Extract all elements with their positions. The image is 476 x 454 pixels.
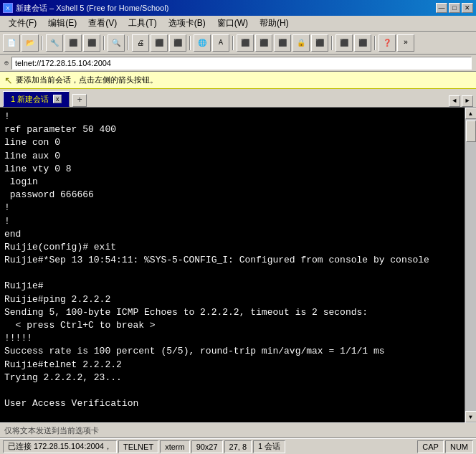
globe-button[interactable]: 🌐 [194,34,211,52]
toolbar-separator-7 [374,36,376,50]
toolbar-separator-3 [128,36,129,50]
new-session-button[interactable]: 📄 [3,34,20,52]
toolbar-btn-11[interactable]: ⬛ [311,34,328,52]
toolbar-btn-8[interactable]: ⬛ [255,34,272,52]
title-bar-left: X 新建会话 – Xshell 5 (Free for Home/School) [3,3,168,14]
toolbar-separator-2 [103,36,105,50]
properties-button[interactable]: 🔧 [46,34,63,52]
window-title: 新建会话 – Xshell 5 (Free for Home/School) [16,3,168,14]
tab-next-button[interactable]: ► [462,95,473,107]
status-caps: CAP [417,440,444,453]
address-input[interactable] [11,57,472,70]
status-bar: 已连接 172.28.15.104:2004， TELNET xterm 90x… [0,438,476,454]
toolbar-btn-3[interactable]: ⬛ [65,34,82,52]
info-bar: ↖ 要添加当前会话，点击左侧的箭头按钮。 [0,72,476,89]
tab-navigation: ◄ ► [449,95,473,107]
active-tab[interactable]: 1 新建会话 x [3,91,70,107]
menu-bar: 文件(F) 编辑(E) 查看(V) 工具(T) 选项卡(B) 窗口(W) 帮助(… [0,16,476,32]
scroll-thumb[interactable] [466,120,476,142]
toolbar-btn-4[interactable]: ⬛ [83,34,100,52]
scroll-track[interactable] [465,119,476,411]
title-bar: X 新建会话 – Xshell 5 (Free for Home/School)… [0,0,476,16]
status-terminal: xterm [160,440,190,453]
menu-tabs[interactable]: 选项卡(B) [163,16,211,31]
toolbar-separator-6 [331,36,333,50]
toolbar-btn-10[interactable]: 🔒 [292,34,310,52]
open-button[interactable]: 📂 [22,34,39,52]
address-icon: ⊕ [4,59,9,67]
terminal-content: ! ref parameter 50 400 line con 0 line a… [4,110,460,422]
hint-text: 仅将文本发送到当前选项卡 [4,425,99,436]
font-button[interactable]: A [212,34,229,52]
toolbar-btn-7[interactable]: ⬛ [237,34,254,52]
tab-label: 1 新建会话 [11,94,49,105]
new-tab-button[interactable]: + [72,94,87,107]
status-num: NUM [445,440,473,453]
info-text: 要添加当前会话，点击左侧的箭头按钮。 [16,75,158,85]
close-button[interactable]: ✕ [462,3,473,13]
terminal-wrapper: ! ref parameter 50 400 line con 0 line a… [0,108,476,422]
window-controls: — □ ✕ [436,3,473,13]
toolbar-btn-9[interactable]: ⬛ [274,34,291,52]
search-button[interactable]: 🔍 [108,34,125,52]
toolbar-separator-5 [232,36,234,50]
toolbar-btn-5[interactable]: ⬛ [151,34,168,52]
arrow-icon: ↖ [4,75,13,86]
menu-tools[interactable]: 工具(T) [123,16,162,31]
help-button[interactable]: ❓ [379,34,396,52]
address-bar: ⊕ [0,55,476,72]
scroll-up-button[interactable]: ▲ [465,108,477,119]
print-button[interactable]: 🖨 [132,34,149,52]
app-icon: X [3,3,13,13]
status-connection: 已连接 172.28.15.104:2004， [3,440,117,453]
toolbar-separator-1 [42,36,43,50]
maximize-button[interactable]: □ [449,3,460,13]
menu-window[interactable]: 窗口(W) [211,16,254,31]
scroll-down-button[interactable]: ▼ [465,411,477,422]
toolbar-btn-13[interactable]: ⬛ [354,34,371,52]
minimize-button[interactable]: — [436,3,447,13]
menu-view[interactable]: 查看(V) [82,16,123,31]
tab-close-button[interactable]: x [53,95,62,103]
toolbar-extra[interactable]: » [397,34,414,52]
menu-file[interactable]: 文件(F) [3,16,42,31]
tab-bar: 1 新建会话 x + ◄ ► [0,89,476,108]
status-sessions: 1 会话 [253,440,285,453]
toolbar-btn-12[interactable]: ⬛ [335,34,353,52]
menu-help[interactable]: 帮助(H) [254,16,295,31]
status-size: 90x27 [191,440,223,453]
scrollbar[interactable]: ▲ ▼ [465,108,476,422]
menu-edit[interactable]: 编辑(E) [42,16,82,31]
toolbar: 📄 📂 🔧 ⬛ ⬛ 🔍 🖨 ⬛ ⬛ 🌐 A ⬛ ⬛ ⬛ 🔒 ⬛ ⬛ ⬛ ❓ » [0,32,476,55]
terminal[interactable]: ! ref parameter 50 400 line con 0 line a… [0,108,465,422]
status-cursor: 27, 8 [224,440,252,453]
status-protocol: TELNET [118,440,158,453]
hint-bar: 仅将文本发送到当前选项卡 [0,422,476,438]
tab-prev-button[interactable]: ◄ [449,95,460,107]
toolbar-separator-4 [189,36,191,50]
toolbar-btn-6[interactable]: ⬛ [169,34,186,52]
